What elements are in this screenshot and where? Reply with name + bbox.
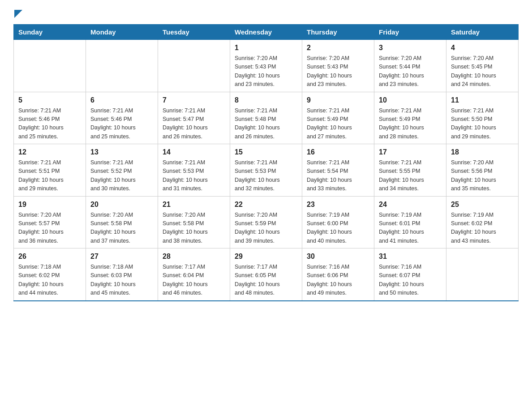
calendar-day-cell [158, 40, 230, 92]
calendar-day-cell: 14Sunrise: 7:21 AM Sunset: 5:53 PM Dayli… [158, 144, 230, 197]
day-number: 27 [90, 251, 153, 262]
calendar-day-cell: 5Sunrise: 7:21 AM Sunset: 5:46 PM Daylig… [14, 92, 86, 144]
calendar-day-cell: 2Sunrise: 7:20 AM Sunset: 5:43 PM Daylig… [302, 40, 374, 92]
calendar-day-cell: 15Sunrise: 7:21 AM Sunset: 5:53 PM Dayli… [230, 144, 302, 197]
calendar-day-cell: 18Sunrise: 7:20 AM Sunset: 5:56 PM Dayli… [446, 144, 519, 197]
day-number: 1 [235, 43, 297, 53]
day-number: 25 [451, 199, 514, 210]
logo [13, 9, 22, 17]
calendar-day-cell: 10Sunrise: 7:21 AM Sunset: 5:49 PM Dayli… [374, 92, 446, 144]
calendar-day-cell: 3Sunrise: 7:20 AM Sunset: 5:44 PM Daylig… [374, 40, 446, 92]
day-info: Sunrise: 7:20 AM Sunset: 5:43 PM Dayligh… [235, 54, 297, 89]
day-info: Sunrise: 7:18 AM Sunset: 6:02 PM Dayligh… [18, 263, 81, 298]
calendar-week-row: 5Sunrise: 7:21 AM Sunset: 5:46 PM Daylig… [14, 92, 519, 144]
day-info: Sunrise: 7:18 AM Sunset: 6:03 PM Dayligh… [90, 263, 153, 298]
calendar-week-row: 26Sunrise: 7:18 AM Sunset: 6:02 PM Dayli… [14, 248, 519, 301]
day-info: Sunrise: 7:21 AM Sunset: 5:52 PM Dayligh… [90, 158, 153, 193]
day-info: Sunrise: 7:21 AM Sunset: 5:47 PM Dayligh… [163, 107, 225, 141]
calendar-day-cell: 27Sunrise: 7:18 AM Sunset: 6:03 PM Dayli… [86, 248, 158, 301]
day-number: 2 [307, 43, 369, 53]
svg-marker-0 [14, 10, 22, 18]
calendar-day-cell: 20Sunrise: 7:20 AM Sunset: 5:58 PM Dayli… [86, 196, 158, 248]
day-header-monday: Monday [86, 25, 158, 40]
day-header-saturday: Saturday [446, 25, 519, 40]
day-header-tuesday: Tuesday [158, 25, 230, 40]
calendar-day-cell [14, 40, 86, 92]
calendar-day-cell: 28Sunrise: 7:17 AM Sunset: 6:04 PM Dayli… [158, 248, 230, 301]
day-number: 12 [18, 147, 81, 158]
logo-arrow-icon [14, 10, 22, 20]
day-info: Sunrise: 7:21 AM Sunset: 5:46 PM Dayligh… [18, 107, 81, 141]
calendar-day-cell: 29Sunrise: 7:17 AM Sunset: 6:05 PM Dayli… [230, 248, 302, 301]
day-info: Sunrise: 7:21 AM Sunset: 5:48 PM Dayligh… [235, 107, 297, 141]
day-number: 10 [379, 95, 442, 106]
calendar-day-cell: 7Sunrise: 7:21 AM Sunset: 5:47 PM Daylig… [158, 92, 230, 144]
day-number: 9 [307, 95, 369, 106]
day-info: Sunrise: 7:20 AM Sunset: 5:58 PM Dayligh… [163, 211, 225, 246]
day-number: 18 [451, 147, 514, 158]
day-header-friday: Friday [374, 25, 446, 40]
day-info: Sunrise: 7:19 AM Sunset: 6:02 PM Dayligh… [451, 211, 514, 246]
calendar-day-cell: 23Sunrise: 7:19 AM Sunset: 6:00 PM Dayli… [302, 196, 374, 248]
day-number: 7 [163, 95, 225, 106]
day-info: Sunrise: 7:20 AM Sunset: 5:57 PM Dayligh… [18, 211, 81, 246]
day-info: Sunrise: 7:21 AM Sunset: 5:54 PM Dayligh… [307, 158, 369, 193]
day-info: Sunrise: 7:20 AM Sunset: 5:58 PM Dayligh… [90, 211, 153, 246]
day-number: 16 [307, 147, 369, 158]
day-info: Sunrise: 7:16 AM Sunset: 6:06 PM Dayligh… [307, 263, 369, 298]
day-number: 4 [451, 43, 514, 53]
day-header-sunday: Sunday [14, 25, 86, 40]
day-number: 11 [451, 95, 514, 106]
calendar-day-cell: 30Sunrise: 7:16 AM Sunset: 6:06 PM Dayli… [302, 248, 374, 301]
day-number: 6 [90, 95, 153, 106]
calendar-week-row: 1Sunrise: 7:20 AM Sunset: 5:43 PM Daylig… [14, 40, 519, 92]
day-number: 14 [163, 147, 225, 158]
calendar-day-cell: 26Sunrise: 7:18 AM Sunset: 6:02 PM Dayli… [14, 248, 86, 301]
calendar-day-cell: 9Sunrise: 7:21 AM Sunset: 5:49 PM Daylig… [302, 92, 374, 144]
calendar-day-cell: 31Sunrise: 7:16 AM Sunset: 6:07 PM Dayli… [374, 248, 446, 301]
day-header-thursday: Thursday [302, 25, 374, 40]
day-info: Sunrise: 7:21 AM Sunset: 5:49 PM Dayligh… [307, 107, 369, 141]
calendar-day-cell: 16Sunrise: 7:21 AM Sunset: 5:54 PM Dayli… [302, 144, 374, 197]
calendar-day-cell: 24Sunrise: 7:19 AM Sunset: 6:01 PM Dayli… [374, 196, 446, 248]
day-info: Sunrise: 7:20 AM Sunset: 5:59 PM Dayligh… [235, 211, 297, 246]
day-info: Sunrise: 7:20 AM Sunset: 5:43 PM Dayligh… [307, 54, 369, 89]
day-info: Sunrise: 7:20 AM Sunset: 5:45 PM Dayligh… [451, 54, 514, 89]
day-info: Sunrise: 7:20 AM Sunset: 5:56 PM Dayligh… [451, 158, 514, 193]
calendar-table: SundayMondayTuesdayWednesdayThursdayFrid… [13, 24, 519, 301]
calendar-day-cell: 1Sunrise: 7:20 AM Sunset: 5:43 PM Daylig… [230, 40, 302, 92]
day-number: 3 [379, 43, 442, 53]
calendar-day-cell: 25Sunrise: 7:19 AM Sunset: 6:02 PM Dayli… [446, 196, 519, 248]
day-info: Sunrise: 7:19 AM Sunset: 6:00 PM Dayligh… [307, 211, 369, 246]
day-info: Sunrise: 7:20 AM Sunset: 5:44 PM Dayligh… [379, 54, 442, 89]
calendar-day-cell: 8Sunrise: 7:21 AM Sunset: 5:48 PM Daylig… [230, 92, 302, 144]
day-number: 19 [18, 199, 81, 210]
calendar-day-cell: 11Sunrise: 7:21 AM Sunset: 5:50 PM Dayli… [446, 92, 519, 144]
day-number: 24 [379, 199, 442, 210]
day-number: 21 [163, 199, 225, 210]
calendar-day-cell: 21Sunrise: 7:20 AM Sunset: 5:58 PM Dayli… [158, 196, 230, 248]
day-number: 8 [235, 95, 297, 106]
calendar-day-cell: 12Sunrise: 7:21 AM Sunset: 5:51 PM Dayli… [14, 144, 86, 197]
calendar-day-cell [86, 40, 158, 92]
day-number: 26 [18, 251, 81, 262]
day-number: 17 [379, 147, 442, 158]
day-info: Sunrise: 7:21 AM Sunset: 5:50 PM Dayligh… [451, 107, 514, 141]
day-number: 30 [307, 251, 369, 262]
calendar-day-cell: 19Sunrise: 7:20 AM Sunset: 5:57 PM Dayli… [14, 196, 86, 248]
calendar-week-row: 19Sunrise: 7:20 AM Sunset: 5:57 PM Dayli… [14, 196, 519, 248]
day-number: 15 [235, 147, 297, 158]
day-number: 20 [90, 199, 153, 210]
day-info: Sunrise: 7:19 AM Sunset: 6:01 PM Dayligh… [379, 211, 442, 246]
calendar-day-cell: 17Sunrise: 7:21 AM Sunset: 5:55 PM Dayli… [374, 144, 446, 197]
day-header-wednesday: Wednesday [230, 25, 302, 40]
day-number: 31 [379, 251, 442, 262]
day-number: 5 [18, 95, 81, 106]
day-number: 28 [163, 251, 225, 262]
day-info: Sunrise: 7:21 AM Sunset: 5:49 PM Dayligh… [379, 107, 442, 141]
day-info: Sunrise: 7:17 AM Sunset: 6:05 PM Dayligh… [235, 263, 297, 298]
calendar-day-cell: 6Sunrise: 7:21 AM Sunset: 5:46 PM Daylig… [86, 92, 158, 144]
day-info: Sunrise: 7:21 AM Sunset: 5:51 PM Dayligh… [18, 158, 81, 193]
day-info: Sunrise: 7:17 AM Sunset: 6:04 PM Dayligh… [163, 263, 225, 298]
day-number: 13 [90, 147, 153, 158]
